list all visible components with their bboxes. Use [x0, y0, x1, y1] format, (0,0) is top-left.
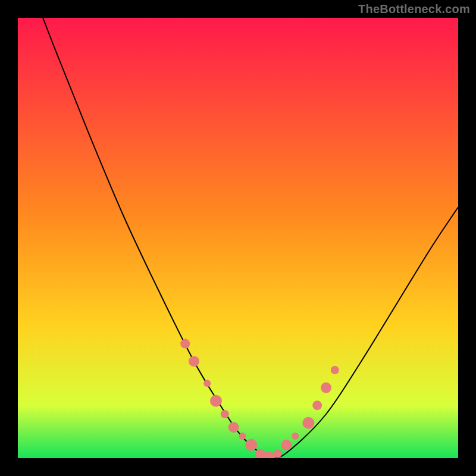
marker-dot: [203, 380, 211, 387]
marker-dot: [274, 450, 282, 458]
marker-dot: [221, 410, 229, 418]
marker-dot: [210, 395, 222, 407]
chart-background: [18, 18, 458, 458]
marker-dot: [321, 383, 331, 393]
marker-dot: [189, 356, 199, 367]
app-frame: TheBottleneck.com: [0, 0, 476, 476]
chart-svg: [18, 18, 458, 458]
marker-dot: [281, 440, 292, 450]
marker-dot: [245, 439, 257, 451]
marker-dot: [292, 433, 299, 440]
watermark-text: TheBottleneck.com: [358, 2, 470, 16]
marker-dot: [302, 417, 314, 429]
marker-dot: [312, 400, 322, 410]
marker-dot: [331, 366, 339, 374]
marker-dot: [228, 422, 239, 433]
bottleneck-chart: [18, 18, 458, 458]
marker-dot: [239, 433, 246, 440]
marker-dot: [180, 339, 190, 349]
